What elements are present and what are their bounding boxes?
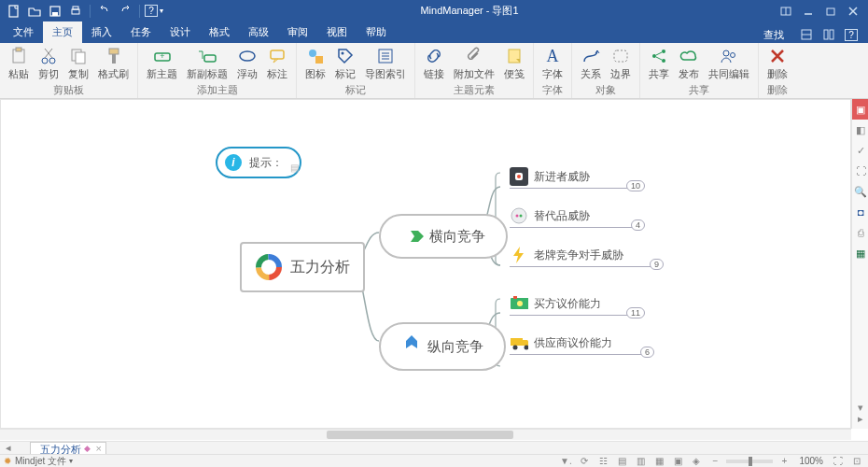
cut-button[interactable]: 剪切 <box>34 45 63 80</box>
scrollbar-thumb[interactable] <box>327 431 513 439</box>
publish-button[interactable]: 发布 <box>674 45 704 80</box>
open-file-icon[interactable] <box>24 2 45 21</box>
tab-view[interactable]: 视图 <box>317 21 357 43</box>
view-gantt-icon[interactable]: ▥ <box>633 456 648 467</box>
view-icon-icon[interactable]: ▣ <box>670 456 685 467</box>
coedit-button[interactable]: 共同编辑 <box>704 45 754 80</box>
icons-button[interactable]: 图标 <box>301 45 330 80</box>
horizontal-scrollbar[interactable] <box>0 429 851 440</box>
count-badge: 11 <box>626 307 645 318</box>
relationship-button[interactable]: 关系 <box>576 45 606 80</box>
undo-icon[interactable] <box>94 2 115 21</box>
svg-rect-4 <box>73 7 78 9</box>
tab-insert[interactable]: 插入 <box>82 21 121 43</box>
group-share: 共享 发布 共同编辑 共享 <box>640 43 759 98</box>
new-file-icon[interactable] <box>4 2 24 21</box>
maximize-icon[interactable] <box>819 2 842 21</box>
notes-button[interactable]: 便笺 <box>499 45 529 80</box>
panel-parts-icon[interactable]: ⛶ <box>852 161 868 181</box>
chevron-right-icon[interactable]: ▸ <box>852 408 868 429</box>
panel-outlook-icon[interactable]: ◘ <box>852 202 868 222</box>
svg-rect-19 <box>109 49 119 54</box>
topic-horizontal[interactable]: 横向竞争 <box>379 214 508 259</box>
panel-map-icon[interactable]: ▣ <box>852 99 868 120</box>
delete-button[interactable]: 删除 <box>763 45 792 80</box>
view-schedule-icon[interactable]: ▦ <box>651 456 666 467</box>
tab-advanced[interactable]: 高级 <box>239 21 278 43</box>
boundary-button[interactable]: 边界 <box>606 45 636 80</box>
zoom-in-icon[interactable]: + <box>777 456 791 467</box>
svg-text:+: + <box>160 51 164 61</box>
paste-icon <box>8 46 29 66</box>
hint-text: 提示： <box>249 155 283 171</box>
new-topic-button[interactable]: +新主题 <box>142 45 182 80</box>
tags-button[interactable]: 标记 <box>330 45 360 80</box>
callout-button[interactable]: 标注 <box>262 45 292 80</box>
panel-search-icon[interactable]: 🔍 <box>852 181 868 202</box>
hint-node[interactable]: i 提示： <box>216 147 301 178</box>
document-tabs: ◂ 五力分析 ◆ × <box>0 441 868 454</box>
menu-tabs: 文件 主页 插入 任务 设计 格式 高级 审阅 视图 帮助 查找 ? <box>0 21 868 43</box>
note-indicator-icon[interactable]: ▤ <box>290 163 299 173</box>
sync-icon[interactable]: ⟳ <box>577 456 592 467</box>
leaf-supplier-power[interactable]: 供应商议价能力 6 <box>510 333 631 352</box>
restore-panel-icon[interactable] <box>775 2 797 21</box>
view-outline-icon[interactable]: ▤ <box>614 456 629 467</box>
save-icon[interactable] <box>45 2 65 21</box>
svg-point-39 <box>731 53 735 58</box>
fit-map-icon[interactable]: ⊡ <box>849 456 864 467</box>
mindmap-canvas[interactable]: i 提示： ▤ 五力分析 横向竞争 新进者威胁 10 替代品威胁 4 老牌竞争对… <box>0 99 851 429</box>
minimize-icon[interactable] <box>797 2 819 21</box>
panel-browser-icon[interactable]: ⎙ <box>852 222 868 243</box>
leaf-substitute[interactable]: 替代品威胁 4 <box>510 206 622 225</box>
panel-excel-icon[interactable]: ▦ <box>852 243 868 263</box>
leaf-text: 新进者威胁 <box>534 169 590 185</box>
svg-point-47 <box>516 215 519 218</box>
print-icon[interactable] <box>65 2 86 21</box>
fit-width-icon[interactable]: ⛶ <box>831 456 846 467</box>
tab-home[interactable]: 主页 <box>43 21 82 43</box>
link-button[interactable]: 链接 <box>419 45 449 80</box>
doc-tab-active[interactable]: 五力分析 ◆ × <box>30 442 106 455</box>
view-map-icon[interactable]: ☷ <box>595 456 610 467</box>
topic-vertical[interactable]: 纵向竞争 <box>379 322 506 371</box>
zoom-out-icon[interactable]: − <box>707 456 722 467</box>
chevron-down-icon[interactable]: ▾ <box>69 457 73 465</box>
tab-format[interactable]: 格式 <box>200 21 239 43</box>
panel-task-icon[interactable]: ✓ <box>852 140 868 161</box>
central-topic[interactable]: 五力分析 <box>240 242 365 292</box>
tab-review[interactable]: 审阅 <box>278 21 317 43</box>
new-subtopic-button[interactable]: 新副标题 <box>182 45 232 80</box>
tab-help[interactable]: 帮助 <box>357 21 396 43</box>
zoom-slider[interactable] <box>726 460 773 463</box>
map-index-button[interactable]: 导图索引 <box>360 45 411 80</box>
leaf-rivalry[interactable]: 老牌竞争对手威胁 9 <box>510 246 640 264</box>
font-button[interactable]: A字体 <box>538 45 567 80</box>
paste-button[interactable]: 粘贴 <box>4 45 34 80</box>
task-pane-icon[interactable] <box>819 26 838 43</box>
share-button[interactable]: 共享 <box>644 45 674 80</box>
group-objects: 关系 边界 对象 <box>572 43 640 98</box>
attachment-button[interactable]: 附加文件 <box>449 45 499 80</box>
view-tag-icon[interactable]: ◈ <box>689 456 704 467</box>
help-dropdown-icon[interactable]: ?▾ <box>144 2 164 21</box>
close-icon[interactable] <box>842 2 864 21</box>
group-label: 删除 <box>763 84 792 98</box>
filter-icon[interactable]: ▼. <box>558 456 573 467</box>
tab-task[interactable]: 任务 <box>121 21 161 43</box>
layout-options-icon[interactable] <box>797 26 816 43</box>
close-icon[interactable]: × <box>96 443 102 454</box>
copy-button[interactable]: 复制 <box>63 45 93 80</box>
tab-design[interactable]: 设计 <box>161 21 200 43</box>
format-painter-button[interactable]: 格式刷 <box>93 45 133 80</box>
menu-search[interactable]: 查找 <box>763 28 784 42</box>
zoom-level: 100% <box>799 456 823 466</box>
floating-topic-button[interactable]: 浮动 <box>232 45 262 80</box>
leaf-buyer-power[interactable]: 买方议价能力 11 <box>510 294 622 313</box>
tab-nav-left-icon[interactable]: ◂ <box>6 442 11 454</box>
redo-icon[interactable] <box>115 2 135 21</box>
leaf-new-entrant[interactable]: 新进者威胁 10 <box>510 167 622 186</box>
help-icon[interactable]: ? <box>842 26 861 43</box>
panel-markers-icon[interactable]: ◧ <box>852 120 868 140</box>
tab-file[interactable]: 文件 <box>4 21 43 43</box>
